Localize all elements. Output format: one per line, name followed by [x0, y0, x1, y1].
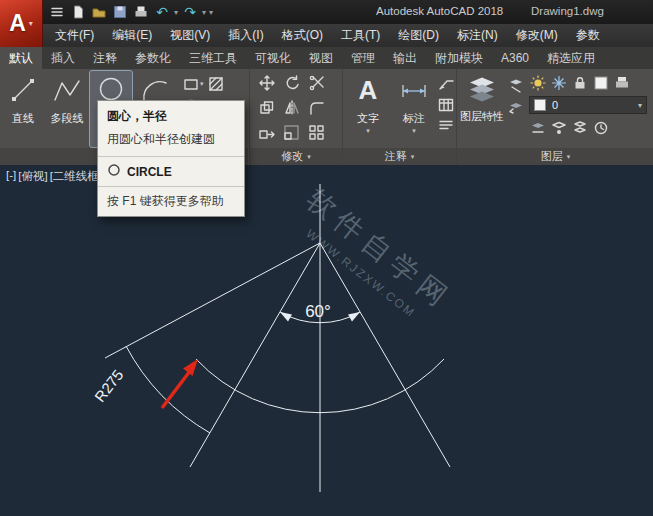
application-menu-button[interactable]: A ▾	[0, 0, 43, 47]
trim-icon[interactable]	[308, 74, 326, 92]
layer-match-icon[interactable]	[507, 77, 525, 95]
layer-isolate-icon[interactable]	[550, 119, 568, 137]
radius-275-arc	[126, 346, 210, 433]
stretch-icon[interactable]	[258, 124, 276, 142]
tab-addins[interactable]: 附加模块	[426, 47, 492, 69]
quick-access-toolbar: ↶ ▾ ↷ ▾ ▾	[48, 2, 213, 22]
menu-dimension[interactable]: 标注(N)	[448, 24, 507, 47]
move-icon[interactable]	[258, 74, 276, 92]
modify-panel-expand-icon[interactable]: ▾	[307, 153, 311, 161]
menu-modify[interactable]: 修改(M)	[507, 24, 567, 47]
modify-panel-label: 修改	[281, 149, 303, 164]
undo-icon[interactable]: ↶	[153, 3, 171, 21]
left-steep-ray-line	[105, 243, 320, 358]
text-icon: A	[359, 71, 378, 109]
layer-properties-button[interactable]: 图层特性	[461, 71, 503, 147]
menu-insert[interactable]: 插入(I)	[219, 24, 272, 47]
menu-parametric[interactable]: 参数	[567, 24, 609, 47]
table-icon[interactable]	[437, 96, 455, 114]
text-tool-button[interactable]: A 文字 ▾	[347, 71, 389, 147]
layer-previous-icon[interactable]	[507, 98, 525, 116]
layer-merge-icon[interactable]	[571, 119, 589, 137]
circle-command-icon	[107, 163, 121, 180]
tooltip-description: 用圆心和半径创建圆	[107, 131, 235, 148]
redo-icon[interactable]: ↷	[181, 3, 199, 21]
line-label: 直线	[12, 111, 34, 126]
menu-format[interactable]: 格式(O)	[273, 24, 332, 47]
text-dropdown-icon[interactable]: ▾	[366, 127, 370, 135]
layer-freeze-icon[interactable]	[550, 74, 568, 92]
tab-3d-tools[interactable]: 三维工具	[180, 47, 246, 69]
leader-icon[interactable]	[437, 75, 455, 93]
menu-view[interactable]: 视图(V)	[161, 24, 219, 47]
layer-on-icon[interactable]	[529, 74, 547, 92]
tab-manage[interactable]: 管理	[342, 47, 384, 69]
line-tool-button[interactable]: 直线	[2, 71, 44, 147]
drawing-canvas[interactable]: [-] [俯视] [二维线框] 软件自学网 WWW.RJZXW.COM 60° …	[0, 165, 653, 516]
tab-home[interactable]: 默认	[0, 47, 42, 69]
polyline-tool-button[interactable]: 多段线	[46, 71, 88, 147]
layer-lock-icon[interactable]	[571, 74, 589, 92]
tab-visualize[interactable]: 可视化	[246, 47, 300, 69]
layer-plot-icon[interactable]	[613, 74, 631, 92]
drawing-geometry: 60° R275	[0, 165, 653, 516]
annotation-panel-expand-icon[interactable]: ▾	[411, 153, 415, 161]
undo-dropdown-icon[interactable]: ▾	[174, 8, 178, 17]
layers-panel-label: 图层	[541, 149, 563, 164]
layer-color-swatch	[534, 99, 546, 111]
workspace-icon[interactable]	[48, 3, 66, 21]
viewport-menu-control[interactable]: [-]	[6, 169, 16, 184]
layer-off-icon[interactable]	[529, 119, 547, 137]
tab-view[interactable]: 视图	[300, 47, 342, 69]
dimension-tool-button[interactable]: 标注 ▾	[393, 71, 435, 147]
rotate-icon[interactable]	[283, 74, 301, 92]
menu-tools[interactable]: 工具(T)	[332, 24, 389, 47]
circle-tooltip: 圆心，半径 用圆心和半径创建圆 CIRCLE 按 F1 键获得更多帮助	[97, 100, 245, 217]
copy-icon[interactable]	[258, 99, 276, 117]
title-bar: ↶ ▾ ↷ ▾ ▾ Autodesk AutoCAD 2018 Drawing1…	[0, 0, 653, 24]
hatch-icon[interactable]	[207, 75, 225, 93]
left-ray-line	[190, 243, 320, 467]
modify-panel-footer[interactable]: 修改 ▾	[250, 148, 342, 165]
dimension-dropdown-icon[interactable]: ▾	[412, 127, 416, 135]
fillet-icon[interactable]	[308, 99, 326, 117]
tab-parametric[interactable]: 参数化	[126, 47, 180, 69]
annotation-panel-label: 注释	[385, 149, 407, 164]
layer-select[interactable]: 0 ▾	[529, 96, 647, 114]
layer-color-icon[interactable]	[592, 74, 610, 92]
tooltip-command: CIRCLE	[127, 165, 172, 179]
annotation-panel-footer[interactable]: 注释 ▾	[343, 148, 456, 165]
tab-output[interactable]: 输出	[384, 47, 426, 69]
tooltip-title: 圆心，半径	[107, 108, 235, 125]
layer-select-dropdown-icon[interactable]: ▾	[638, 101, 642, 110]
tab-annotate[interactable]: 注释	[84, 47, 126, 69]
tab-featured-apps[interactable]: 精选应用	[538, 47, 604, 69]
radius-label: R275	[91, 366, 126, 405]
layers-panel-footer[interactable]: 图层 ▾	[457, 148, 653, 165]
layer-walk-icon[interactable]	[592, 119, 610, 137]
layers-panel-expand-icon[interactable]: ▾	[567, 153, 571, 161]
qat-customize-icon[interactable]: ▾	[209, 8, 213, 17]
mirror-icon[interactable]	[283, 99, 301, 117]
save-icon[interactable]	[111, 3, 129, 21]
rectangle-dropdown-icon[interactable]: ▾	[200, 80, 204, 88]
layers-panel: 图层特性	[456, 69, 653, 165]
scale-icon[interactable]	[283, 124, 301, 142]
menu-draw[interactable]: 绘图(D)	[389, 24, 448, 47]
menu-file[interactable]: 文件(F)	[46, 24, 103, 47]
viewport-view-control[interactable]: [俯视]	[18, 169, 47, 184]
angle-arrow-left-icon	[280, 312, 292, 322]
app-title: Autodesk AutoCAD 2018	[376, 5, 503, 17]
multiline-text-icon[interactable]	[437, 117, 455, 135]
tab-a360[interactable]: A360	[492, 47, 538, 69]
redo-dropdown-icon[interactable]: ▾	[202, 8, 206, 17]
viewport-visual-style-control[interactable]: [二维线框]	[50, 169, 102, 184]
plot-icon[interactable]	[132, 3, 150, 21]
open-folder-icon[interactable]	[90, 3, 108, 21]
rectangle-icon[interactable]	[182, 75, 200, 93]
tab-insert[interactable]: 插入	[42, 47, 84, 69]
new-file-icon[interactable]	[69, 3, 87, 21]
autocad-window: ↶ ▾ ↷ ▾ ▾ Autodesk AutoCAD 2018 Drawing1…	[0, 0, 653, 516]
array-icon[interactable]	[308, 124, 326, 142]
menu-edit[interactable]: 编辑(E)	[103, 24, 161, 47]
